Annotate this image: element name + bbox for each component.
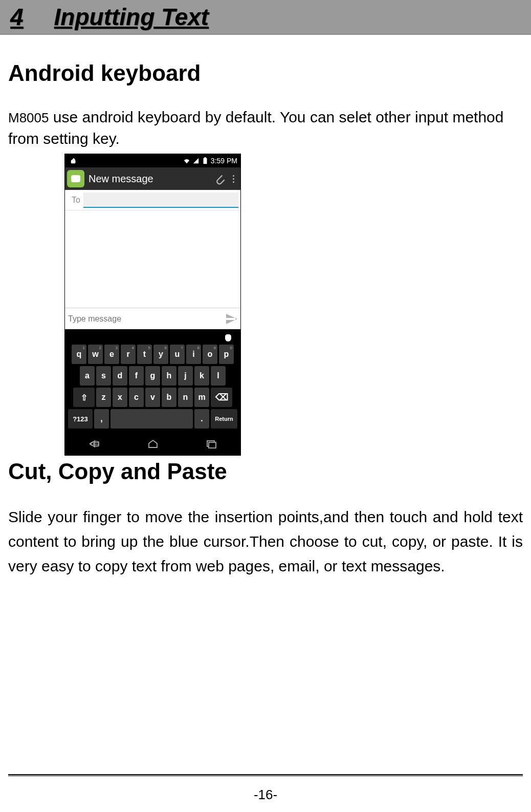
key-q[interactable]: q1 [72, 345, 86, 364]
key-w[interactable]: w2 [88, 345, 103, 364]
key-c[interactable]: c [129, 388, 144, 407]
app-header-title: New message [88, 173, 209, 185]
keyboard-area: q1w2e3r4t5y6u7i8o9p0 asdfghjkl ⇧zxcvbnm⌫… [65, 329, 240, 433]
key-h[interactable]: h [162, 366, 176, 386]
section2-body: Slide your finger to move the insertion … [8, 505, 523, 579]
svg-rect-4 [209, 442, 216, 448]
keyboard-mic-row [67, 331, 238, 345]
key-n[interactable]: n [178, 388, 193, 407]
key-Return[interactable]: Return [211, 409, 237, 429]
key-t[interactable]: t5 [137, 345, 152, 364]
key-k[interactable]: k [194, 366, 209, 386]
key-u[interactable]: u7 [170, 345, 185, 364]
wifi-icon [183, 157, 190, 164]
send-icon[interactable] [226, 314, 237, 324]
key-⇧[interactable]: ⇧ [73, 388, 95, 407]
keyboard-row-2: asdfghjkl [67, 366, 238, 386]
keyboard-row-4: ?123,.Return [67, 409, 238, 431]
nav-recent-icon[interactable] [206, 439, 217, 448]
svg-rect-2 [204, 157, 206, 158]
microphone-icon[interactable] [225, 334, 231, 341]
key-l[interactable]: l [211, 366, 226, 386]
chapter-title: Inputting Text [54, 3, 209, 31]
key-o[interactable]: o9 [203, 345, 217, 364]
page-number: -16- [0, 783, 531, 803]
svg-rect-1 [203, 158, 207, 164]
chapter-header-bar: 4 Inputting Text [0, 0, 531, 35]
key-⌫[interactable]: ⌫ [211, 388, 232, 407]
attachment-icon[interactable] [213, 172, 226, 185]
section-heading-android-keyboard: Android keyboard [8, 60, 523, 86]
section-heading-cut-copy-paste: Cut, Copy and Paste [8, 459, 523, 484]
overflow-menu-icon[interactable] [230, 175, 238, 183]
key-z[interactable]: z [96, 388, 111, 407]
key-v[interactable]: v [145, 388, 160, 407]
key-,[interactable]: , [94, 409, 109, 429]
battery-icon [202, 157, 209, 164]
key-a[interactable]: a [80, 366, 95, 386]
app-header: New message [65, 167, 240, 190]
key-r[interactable]: r4 [121, 345, 136, 364]
section1-body: M8005 use android keyboard by default. Y… [8, 106, 523, 149]
section1-body-rest: use android keyboard by default. You can… [8, 109, 503, 147]
chapter-number: 4 [10, 3, 24, 31]
to-field-row: To [65, 190, 240, 210]
compose-row [65, 308, 240, 329]
messaging-app-icon [67, 170, 84, 187]
nav-back-icon[interactable] [88, 440, 101, 448]
key-d[interactable]: d [113, 366, 127, 386]
footer-divider [8, 774, 523, 776]
android-nav-bar [65, 433, 240, 455]
compose-input[interactable] [68, 312, 223, 326]
key-?123[interactable]: ?123 [68, 409, 93, 429]
key-i[interactable]: i8 [186, 345, 201, 364]
key-b[interactable]: b [162, 388, 176, 407]
android-screenshot: 3:59 PM New message To q1w2e3r4t5y6u7i8o… [64, 154, 241, 456]
keyboard-row-3: ⇧zxcvbnm⌫ [67, 388, 238, 407]
key-s[interactable]: s [96, 366, 111, 386]
nav-home-icon[interactable] [147, 439, 159, 448]
notification-icon [70, 157, 77, 164]
key-x[interactable]: x [113, 388, 127, 407]
model-code: M8005 [8, 110, 49, 125]
key-e[interactable]: e3 [104, 345, 119, 364]
status-time: 3:59 PM [211, 157, 237, 165]
message-thread-area [65, 210, 240, 308]
key-m[interactable]: m [194, 388, 209, 407]
key-j[interactable]: j [178, 366, 193, 386]
signal-icon [192, 157, 200, 164]
key-g[interactable]: g [145, 366, 160, 386]
status-bar: 3:59 PM [65, 154, 240, 167]
status-left-icons [68, 157, 181, 164]
keyboard-row-1: q1w2e3r4t5y6u7i8o9p0 [67, 345, 238, 364]
svg-rect-0 [71, 160, 76, 163]
key-p[interactable]: p0 [219, 345, 234, 364]
key-space[interactable] [110, 409, 193, 429]
key-f[interactable]: f [129, 366, 144, 386]
key-.[interactable]: . [194, 409, 209, 429]
key-y[interactable]: y6 [153, 345, 168, 364]
to-label: To [67, 196, 83, 205]
to-input[interactable] [83, 193, 238, 208]
